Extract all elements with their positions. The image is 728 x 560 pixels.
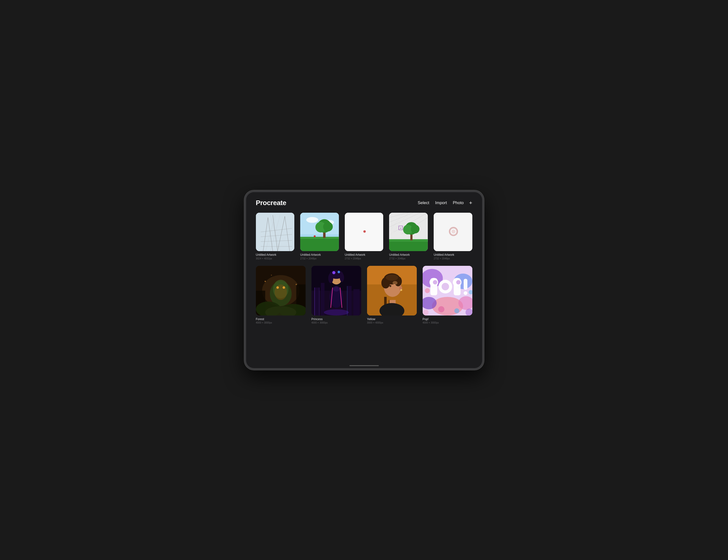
- artwork-item-5[interactable]: Untitled Artwork 2732 × 2048px: [434, 213, 472, 260]
- artwork-name-pop: Pop!: [423, 317, 472, 321]
- add-artwork-button[interactable]: +: [469, 200, 472, 206]
- artwork-item-1[interactable]: Untitled Artwork 3024 × 4032px: [256, 213, 295, 260]
- svg-text:★: ★: [400, 227, 402, 229]
- svg-point-22: [323, 222, 333, 231]
- svg-point-117: [423, 309, 429, 315]
- artwork-item-3[interactable]: Untitled Artwork 2732 × 2048px: [345, 213, 383, 260]
- artwork-thumb-3: [345, 213, 383, 252]
- svg-rect-64: [321, 283, 324, 315]
- home-indicator: [349, 365, 379, 366]
- select-button[interactable]: Select: [417, 200, 430, 206]
- svg-point-58: [264, 281, 266, 282]
- svg-point-112: [425, 288, 430, 293]
- artwork-info-princess: Princess 4000 × 3000px: [311, 317, 361, 324]
- artwork-dims-2: 2732 × 2048px: [300, 257, 339, 260]
- svg-point-91: [389, 285, 391, 287]
- svg-rect-66: [353, 289, 359, 315]
- artwork-name-2: Untitled Artwork: [300, 253, 339, 257]
- artwork-info-4: Untitled Artwork 2732 × 2048px: [389, 253, 428, 260]
- svg-point-54: [283, 286, 285, 288]
- artwork-info-pop: Pop! 4000 × 3000px: [423, 317, 472, 324]
- svg-rect-110: [464, 279, 467, 289]
- artwork-thumb-2: [300, 213, 339, 252]
- artwork-thumb-1: [256, 213, 295, 252]
- artwork-thumb-princess: [311, 266, 361, 315]
- svg-point-93: [400, 289, 402, 291]
- artwork-info-5: Untitled Artwork 2732 × 2048px: [434, 253, 472, 260]
- app-title: Procreate: [256, 199, 286, 207]
- artwork-name-yellow: Yellow: [367, 317, 417, 321]
- artwork-name-4: Untitled Artwork: [389, 253, 428, 257]
- svg-point-109: [456, 280, 461, 284]
- artwork-dims-yellow: 3000 × 4000px: [367, 321, 417, 324]
- ipad-frame: Procreate Select Import Photo +: [244, 190, 484, 370]
- artwork-info-1: Untitled Artwork 3024 × 4032px: [256, 253, 295, 260]
- svg-point-45: [452, 229, 455, 233]
- svg-point-15: [306, 217, 318, 223]
- artwork-thumb-pop: [423, 266, 472, 315]
- svg-point-23: [314, 235, 316, 237]
- artwork-dims-5: 2732 × 2048px: [434, 257, 472, 260]
- svg-point-73: [340, 273, 344, 282]
- artwork-info-yellow: Yellow 3000 × 4000px: [367, 317, 417, 324]
- artwork-dims-pop: 4000 × 3000px: [423, 321, 472, 324]
- artwork-info-forest: Forest 4000 × 3000px: [256, 317, 306, 324]
- artwork-dims-4: 2732 × 2048px: [389, 257, 428, 260]
- artwork-info-3: Untitled Artwork 2732 × 2048px: [345, 253, 383, 260]
- svg-point-114: [438, 306, 444, 312]
- artwork-item-4[interactable]: ★ Untitled Artwork: [389, 213, 428, 260]
- svg-point-90: [386, 275, 398, 280]
- artwork-item-pop[interactable]: Pop! 4000 × 3000px: [423, 266, 472, 324]
- artwork-item-princess[interactable]: Princess 4000 × 3000px: [311, 266, 361, 324]
- svg-point-74: [332, 271, 335, 274]
- artwork-name-1: Untitled Artwork: [256, 253, 295, 257]
- svg-point-95: [393, 281, 397, 284]
- svg-point-59: [296, 284, 297, 285]
- svg-point-42: [411, 225, 419, 233]
- artwork-dims-3: 2732 × 2048px: [345, 257, 383, 260]
- svg-point-106: [442, 283, 449, 290]
- svg-point-72: [328, 273, 333, 283]
- artwork-name-princess: Princess: [311, 317, 361, 321]
- artwork-name-5: Untitled Artwork: [434, 253, 472, 257]
- svg-point-52: [274, 284, 287, 300]
- artwork-thumb-4: ★: [389, 213, 428, 252]
- ipad-screen: Procreate Select Import Photo +: [246, 192, 482, 368]
- import-button[interactable]: Import: [435, 200, 447, 206]
- svg-rect-38: [389, 242, 428, 251]
- artwork-thumb-yellow: [367, 266, 417, 315]
- gallery-row2: Forest 4000 × 3000px: [256, 266, 472, 324]
- gallery-row1: Untitled Artwork 3024 × 4032px: [256, 213, 472, 260]
- svg-point-80: [324, 309, 349, 315]
- svg-point-111: [464, 291, 467, 295]
- svg-point-115: [454, 308, 459, 313]
- svg-point-53: [276, 286, 279, 288]
- artwork-dims-princess: 4000 × 3000px: [311, 321, 361, 324]
- svg-rect-0: [256, 213, 295, 252]
- svg-point-26: [363, 230, 366, 233]
- artwork-item-2[interactable]: Untitled Artwork 2732 × 2048px: [300, 213, 339, 260]
- svg-point-60: [271, 275, 272, 276]
- artwork-info-2: Untitled Artwork 2732 × 2048px: [300, 253, 339, 260]
- artwork-thumb-forest: [256, 266, 306, 315]
- svg-rect-18: [300, 239, 339, 251]
- artwork-name-3: Untitled Artwork: [345, 253, 383, 257]
- svg-point-79: [333, 286, 339, 291]
- artwork-dims-1: 3024 × 4032px: [256, 257, 295, 260]
- artwork-thumb-5: [434, 213, 472, 252]
- svg-rect-65: [347, 286, 351, 315]
- gallery: Untitled Artwork 3024 × 4032px: [246, 211, 482, 368]
- header: Procreate Select Import Photo +: [246, 192, 482, 211]
- photo-button[interactable]: Photo: [452, 200, 464, 206]
- artwork-item-forest[interactable]: Forest 4000 × 3000px: [256, 266, 306, 324]
- svg-rect-63: [314, 287, 319, 315]
- header-actions: Select Import Photo +: [417, 200, 472, 206]
- artwork-dims-forest: 4000 × 3000px: [256, 321, 306, 324]
- artwork-name-forest: Forest: [256, 317, 306, 321]
- svg-point-75: [337, 271, 340, 273]
- svg-point-104: [433, 280, 437, 284]
- artwork-item-yellow[interactable]: Yellow 3000 × 4000px: [367, 266, 417, 324]
